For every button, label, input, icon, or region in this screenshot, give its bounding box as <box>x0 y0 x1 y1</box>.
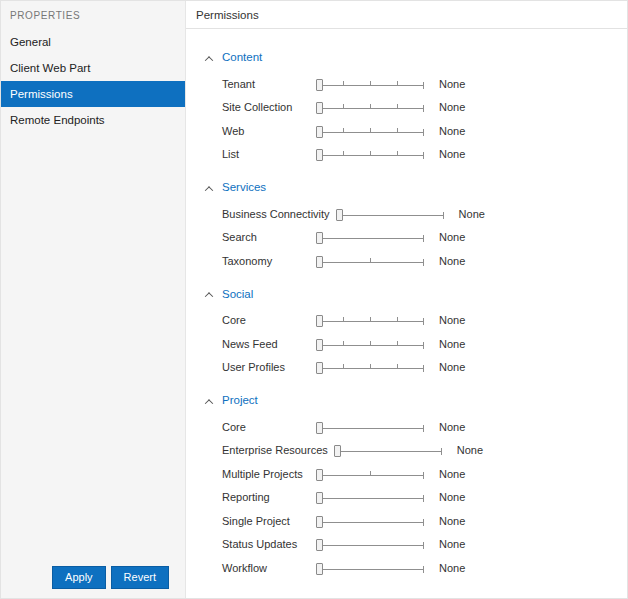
slider-tick <box>397 341 398 345</box>
apply-button[interactable]: Apply <box>52 566 106 589</box>
permission-level-slider[interactable] <box>316 313 424 327</box>
slider-tick <box>397 151 398 155</box>
permission-row: TaxonomyNone <box>206 249 627 273</box>
section-header: Content <box>206 49 627 65</box>
slider-thumb[interactable] <box>334 445 341 457</box>
collapse-chevron-icon[interactable] <box>205 399 213 407</box>
properties-sidebar: PROPERTIES GeneralClient Web PartPermiss… <box>1 1 186 598</box>
collapse-chevron-icon[interactable] <box>205 186 213 194</box>
permission-label: Reporting <box>222 491 316 503</box>
permission-value: None <box>459 208 485 220</box>
section-project: ProjectCoreNoneEnterprise ResourcesNoneM… <box>206 392 627 580</box>
permission-level-slider[interactable] <box>316 420 424 434</box>
permission-label: Web <box>222 125 316 137</box>
permission-level-slider[interactable] <box>316 337 424 351</box>
slider-track <box>316 238 424 239</box>
slider-track <box>316 498 424 499</box>
permission-level-slider[interactable] <box>316 254 424 268</box>
permission-row: TenantNone <box>206 72 627 96</box>
slider-thumb[interactable] <box>316 563 323 575</box>
sidebar-item-list: GeneralClient Web PartPermissionsRemote … <box>1 29 185 133</box>
slider-tick <box>343 151 344 155</box>
slider-end-tick <box>423 129 424 136</box>
permission-level-slider[interactable] <box>316 100 424 114</box>
permission-value: None <box>439 562 465 574</box>
slider-thumb[interactable] <box>316 149 323 161</box>
slider-end-tick <box>423 259 424 266</box>
permission-level-slider[interactable] <box>316 537 424 551</box>
slider-thumb[interactable] <box>336 209 343 221</box>
slider-thumb[interactable] <box>316 362 323 374</box>
permission-value: None <box>439 338 465 350</box>
collapse-chevron-icon[interactable] <box>205 56 213 64</box>
permission-level-slider[interactable] <box>316 147 424 161</box>
slider-thumb[interactable] <box>316 232 323 244</box>
slider-thumb[interactable] <box>316 102 323 114</box>
slider-end-tick <box>423 542 424 549</box>
permission-level-slider[interactable] <box>316 77 424 91</box>
section-header: Services <box>206 179 627 195</box>
permission-value: None <box>439 148 465 160</box>
permission-value: None <box>439 538 465 550</box>
slider-tick <box>397 128 398 132</box>
slider-end-tick <box>423 425 424 432</box>
slider-tick <box>343 341 344 345</box>
slider-thumb[interactable] <box>316 315 323 327</box>
section-title[interactable]: Content <box>222 51 262 63</box>
slider-tick <box>343 128 344 132</box>
sidebar-item-general[interactable]: General <box>1 29 185 55</box>
permission-label: Core <box>222 314 316 326</box>
permission-label: Single Project <box>222 515 316 527</box>
permission-level-slider[interactable] <box>316 360 424 374</box>
permission-value: None <box>439 78 465 90</box>
permission-value: None <box>439 515 465 527</box>
permission-level-slider[interactable] <box>316 230 424 244</box>
slider-thumb[interactable] <box>316 422 323 434</box>
permission-level-slider[interactable] <box>336 207 444 221</box>
permission-level-slider[interactable] <box>316 124 424 138</box>
permission-row: CoreNone <box>206 309 627 333</box>
permission-label: News Feed <box>222 338 316 350</box>
permission-row: ReportingNone <box>206 486 627 510</box>
section-header: Project <box>206 392 627 408</box>
slider-thumb[interactable] <box>316 126 323 138</box>
slider-thumb[interactable] <box>316 339 323 351</box>
sidebar-header: PROPERTIES <box>1 1 185 29</box>
permission-value: None <box>439 101 465 113</box>
slider-track <box>316 345 424 346</box>
slider-track <box>316 368 424 369</box>
slider-thumb[interactable] <box>316 539 323 551</box>
permission-label: Search <box>222 231 316 243</box>
permission-label: Status Updates <box>222 538 316 550</box>
permission-row: CoreNone <box>206 415 627 439</box>
revert-button[interactable]: Revert <box>111 566 169 589</box>
permission-label: Multiple Projects <box>222 468 316 480</box>
permission-value: None <box>439 421 465 433</box>
section-title[interactable]: Services <box>222 181 266 193</box>
section-title[interactable]: Social <box>222 288 253 300</box>
slider-end-tick <box>423 495 424 502</box>
sidebar-item-permissions[interactable]: Permissions <box>1 81 185 107</box>
section-title[interactable]: Project <box>222 394 258 406</box>
slider-end-tick <box>423 318 424 325</box>
permission-level-slider[interactable] <box>316 467 424 481</box>
slider-thumb[interactable] <box>316 516 323 528</box>
slider-thumb[interactable] <box>316 256 323 268</box>
permission-value: None <box>439 231 465 243</box>
collapse-chevron-icon[interactable] <box>205 292 213 300</box>
permission-label: Business Connectivity <box>222 208 336 220</box>
permission-level-slider[interactable] <box>316 490 424 504</box>
slider-tick <box>370 128 371 132</box>
slider-thumb[interactable] <box>316 79 323 91</box>
sidebar-item-client-web-part[interactable]: Client Web Part <box>1 55 185 81</box>
slider-end-tick <box>423 105 424 112</box>
permission-level-slider[interactable] <box>316 514 424 528</box>
permission-level-slider[interactable] <box>316 561 424 575</box>
permission-level-slider[interactable] <box>334 443 442 457</box>
permission-value: None <box>439 468 465 480</box>
slider-thumb[interactable] <box>316 469 323 481</box>
permission-label: Taxonomy <box>222 255 316 267</box>
sidebar-item-remote-endpoints[interactable]: Remote Endpoints <box>1 107 185 133</box>
slider-thumb[interactable] <box>316 492 323 504</box>
permission-row: Single ProjectNone <box>206 509 627 533</box>
